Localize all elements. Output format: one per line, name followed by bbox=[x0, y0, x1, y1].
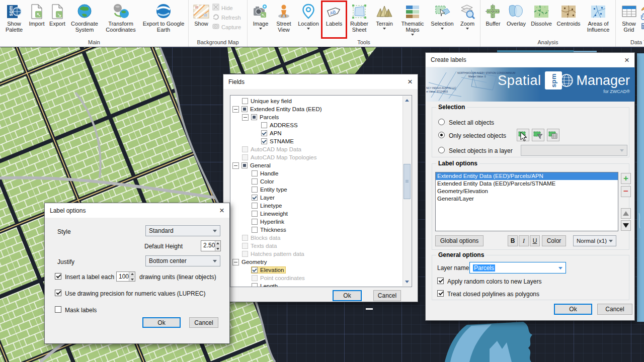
dissolve-button[interactable]: Dissolve bbox=[528, 1, 554, 38]
underline-button[interactable]: U bbox=[530, 235, 540, 246]
selection-button[interactable]: Selection bbox=[428, 1, 456, 38]
tree-item[interactable]: Lineweight bbox=[232, 210, 401, 218]
areas-of-influence-button[interactable]: Areas of Influence bbox=[583, 1, 614, 38]
tree-item[interactable]: Entity type bbox=[232, 186, 401, 194]
filter-selection-button[interactable] bbox=[532, 129, 544, 141]
scroll-down-icon[interactable] bbox=[403, 278, 411, 286]
checkbox[interactable] bbox=[252, 211, 258, 217]
checkbox[interactable] bbox=[252, 227, 258, 233]
label-fields-list[interactable]: Extended Entity Data (EED)/Parcels/APN E… bbox=[435, 172, 618, 231]
italic-button[interactable]: I bbox=[519, 235, 529, 246]
checkbox[interactable] bbox=[252, 267, 258, 273]
tree-scrollbar[interactable] bbox=[403, 96, 411, 286]
only-selected-radio[interactable] bbox=[438, 132, 445, 138]
checkbox[interactable] bbox=[242, 98, 248, 104]
centroids-button[interactable]: Centroids bbox=[554, 1, 583, 38]
luprec-checkbox[interactable] bbox=[55, 290, 61, 296]
global-options-button[interactable]: Global options bbox=[435, 235, 484, 246]
transform-coordinates-button[interactable]: Transform Coordinates bbox=[101, 1, 140, 38]
add-field-button[interactable]: + bbox=[621, 173, 631, 184]
scrollbar-thumb[interactable] bbox=[404, 164, 411, 199]
move-down-button[interactable] bbox=[621, 220, 631, 231]
text-scale-select[interactable]: Normal (x1) bbox=[573, 235, 616, 246]
tree-item-selected[interactable]: Elevation bbox=[232, 266, 401, 274]
table-selection-button[interactable] bbox=[547, 129, 559, 141]
show-grid-button[interactable]: Show Grid bbox=[617, 1, 640, 38]
tree-item[interactable]: Unique key field bbox=[232, 97, 401, 105]
checkbox[interactable] bbox=[261, 122, 267, 128]
edit-data-button[interactable] bbox=[640, 3, 644, 13]
list-item[interactable]: Extended Entity Data (EED)/Parcels/APN bbox=[436, 172, 618, 180]
tree-item[interactable]: Handle bbox=[232, 169, 401, 177]
fields-dialog-titlebar[interactable]: Fields × bbox=[223, 74, 418, 89]
stepper-down-icon[interactable] bbox=[215, 246, 220, 251]
tree-item[interactable]: APN bbox=[232, 129, 401, 137]
location-button[interactable]: Location bbox=[295, 1, 321, 38]
coordinate-system-button[interactable]: Coordinate System bbox=[68, 1, 101, 38]
tree-item[interactable]: Parcels bbox=[232, 113, 401, 121]
export-to-google-earth-button[interactable]: Export to Google Earth bbox=[140, 1, 187, 38]
layer-name-input[interactable]: Parcels bbox=[469, 262, 566, 274]
close-icon[interactable]: × bbox=[408, 77, 413, 86]
tree-item[interactable]: Layer bbox=[232, 194, 401, 202]
calculate-data-button[interactable]: C bbox=[640, 22, 644, 32]
create-labels-titlebar[interactable]: Create labels × bbox=[426, 53, 634, 67]
terrain-button[interactable]: Terrain bbox=[372, 1, 397, 38]
tree-item[interactable]: Linetype bbox=[232, 202, 401, 210]
ok-button[interactable]: Ok bbox=[142, 317, 181, 328]
zoom-button[interactable]: Zoom bbox=[456, 1, 478, 38]
checkbox[interactable] bbox=[261, 138, 267, 144]
collapse-icon[interactable] bbox=[242, 114, 249, 121]
close-icon[interactable]: × bbox=[624, 56, 629, 64]
move-up-button[interactable] bbox=[621, 208, 631, 219]
mask-labels-checkbox[interactable] bbox=[55, 306, 61, 313]
justify-select[interactable]: Bottom center bbox=[145, 255, 220, 266]
checkbox[interactable] bbox=[252, 219, 258, 225]
tree-item[interactable]: Geometry bbox=[232, 258, 401, 266]
checkbox[interactable] bbox=[252, 195, 258, 201]
attach-data-button[interactable]: A bbox=[640, 13, 644, 22]
label-options-titlebar[interactable]: Label options × bbox=[45, 203, 229, 218]
checkbox[interactable] bbox=[261, 130, 267, 136]
checkbox[interactable] bbox=[252, 283, 258, 287]
show-palette-button[interactable]: spm Show Palette bbox=[2, 1, 27, 38]
stepper-down-icon[interactable] bbox=[129, 277, 135, 282]
tree-item[interactable]: Hyperlink bbox=[232, 218, 401, 226]
random-colors-checkbox[interactable] bbox=[437, 278, 444, 284]
ok-button[interactable]: Ok bbox=[333, 290, 362, 301]
collapse-icon[interactable] bbox=[232, 106, 239, 113]
overlay-button[interactable]: Overlay bbox=[504, 1, 528, 38]
street-view-button[interactable]: Street View bbox=[272, 1, 295, 38]
default-height-stepper[interactable]: 2.50 bbox=[201, 240, 221, 251]
list-item[interactable]: Extended Entity Data (EED)/Parcels/STNAM… bbox=[436, 180, 618, 188]
tree-item[interactable]: Thickness bbox=[232, 226, 401, 234]
buffer-button[interactable]: Buffer bbox=[482, 1, 504, 38]
collapse-icon[interactable] bbox=[232, 162, 239, 169]
insert-label-checkbox[interactable] bbox=[55, 273, 61, 280]
color-button[interactable]: Color bbox=[542, 235, 566, 246]
export-button[interactable]: ↘ Export bbox=[47, 1, 68, 38]
image-button[interactable]: ↖ Image bbox=[249, 1, 272, 38]
checkbox[interactable] bbox=[252, 170, 258, 176]
cancel-button[interactable]: Cancel bbox=[597, 304, 632, 315]
checkbox[interactable] bbox=[252, 203, 258, 209]
thematic-maps-button[interactable]: Thematic Maps bbox=[397, 1, 428, 38]
cancel-button[interactable]: Cancel bbox=[373, 290, 401, 301]
remove-field-button[interactable]: − bbox=[621, 186, 631, 197]
labels-button[interactable]: AB Labels bbox=[321, 1, 347, 38]
tree-item[interactable]: General bbox=[232, 161, 401, 169]
checkbox[interactable] bbox=[242, 162, 248, 168]
ok-button[interactable]: Ok bbox=[554, 304, 592, 315]
insert-interval-stepper[interactable]: 100 bbox=[116, 272, 135, 282]
scroll-up-icon[interactable] bbox=[403, 96, 411, 105]
fields-tree[interactable]: Unique key field Extended Entity Data (E… bbox=[230, 95, 412, 287]
checkbox[interactable] bbox=[251, 114, 257, 120]
style-select[interactable]: Standard bbox=[145, 225, 220, 236]
rubber-sheet-button[interactable]: Rubber Sheet bbox=[347, 1, 372, 38]
list-item[interactable]: Geometry/Elevation bbox=[436, 188, 618, 195]
tree-item[interactable]: STNAME bbox=[232, 137, 401, 145]
stepper-up-icon[interactable] bbox=[129, 272, 135, 277]
stepper-up-icon[interactable] bbox=[215, 241, 220, 246]
background-map-show-button[interactable]: Show bbox=[190, 1, 212, 38]
list-item[interactable]: General/Layer bbox=[436, 195, 618, 203]
